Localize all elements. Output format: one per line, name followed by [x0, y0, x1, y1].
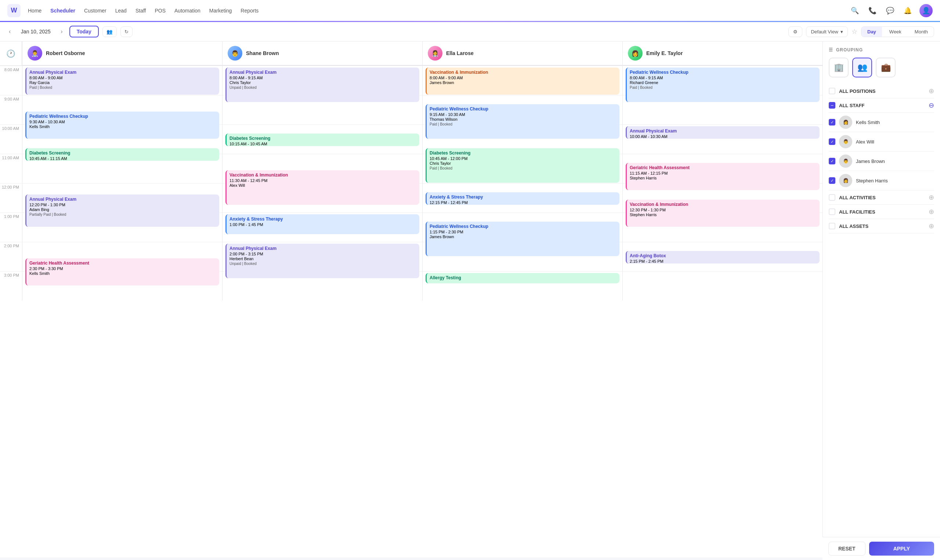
nav-marketing[interactable]: Marketing — [209, 6, 232, 15]
appointment-card[interactable]: Diabetes Screening10:45 AM - 12:00 PMChr… — [425, 148, 619, 183]
checkbox-all-positions[interactable] — [829, 88, 835, 94]
tab-day[interactable]: Day — [861, 27, 882, 37]
appt-status: Partially Paid | Booked — [29, 212, 216, 217]
filter-all-activities[interactable]: ALL ACTIVITIES ⊕ — [829, 191, 934, 205]
whatsapp-icon[interactable]: 💬 — [884, 5, 896, 17]
checkbox-stephen[interactable]: ✓ — [829, 177, 835, 184]
grouping-briefcase-button[interactable]: 💼 — [876, 58, 895, 77]
prev-date-button[interactable]: ‹ — [6, 27, 14, 36]
appt-status: Unpaid | Booked — [230, 262, 416, 266]
notification-icon[interactable]: 🔔 — [902, 5, 914, 17]
appt-patient: Adam Bing — [29, 207, 216, 212]
appt-time: 2:00 PM - 3:15 PM — [230, 252, 416, 256]
filter-label-activities: ALL ACTIVITIES — [839, 195, 925, 200]
appointment-card[interactable]: Annual Physical Exam10:00 AM - 10:30 AM — [626, 126, 820, 139]
appointment-card[interactable]: Pediatric Wellness Checkup9:15 AM - 10:3… — [425, 104, 619, 139]
time-slot: 10:00 AM — [0, 125, 22, 154]
nav-home[interactable]: Home — [28, 6, 42, 15]
staff-col-shane: 👨 Shane Brown — [222, 42, 422, 65]
appt-time: 8:00 AM - 9:00 AM — [29, 75, 216, 80]
today-button[interactable]: Today — [69, 26, 99, 37]
appointment-card[interactable]: Anxiety & Stress Therapy1:00 PM - 1:45 P… — [225, 214, 419, 234]
appt-title: Geriatric Health Assessment — [630, 165, 817, 170]
default-view-select[interactable]: Default View ▾ — [806, 26, 848, 37]
nav-pos[interactable]: POS — [154, 6, 166, 15]
appointment-card[interactable]: Anxiety & Stress Therapy12:15 PM - 12:45… — [425, 192, 619, 205]
grouping-building-button[interactable]: 🏢 — [829, 58, 849, 77]
appointment-card[interactable]: Pediatric Wellness Checkup9:30 AM - 10:3… — [25, 112, 219, 139]
nav-actions: 🔍 📞 💬 🔔 👤 — [849, 4, 933, 17]
add-facilities-icon[interactable]: ⊕ — [929, 208, 934, 216]
nav-staff[interactable]: Staff — [136, 6, 146, 15]
appointment-card[interactable]: Pediatric Wellness Checkup8:00 AM - 9:15… — [626, 68, 820, 102]
staff-name-robert: Robert Osborne — [46, 50, 85, 56]
appointment-card[interactable]: Vaccination & Immunization12:30 PM - 1:3… — [626, 200, 820, 227]
appointment-card[interactable]: Annual Physical Exam8:00 AM - 9:00 AMRay… — [25, 68, 219, 95]
appt-title: Geriatric Health Assessment — [29, 260, 216, 266]
filter-settings-button[interactable]: ⚙ — [788, 26, 802, 37]
clock-cell: 🕐 — [0, 42, 22, 65]
staff-row-stephen: ✓ 👩 Stephen Harris — [829, 171, 934, 191]
reset-button[interactable]: RESET — [828, 542, 866, 555]
filter-all-facilities[interactable]: ALL FACILITIES ⊕ — [829, 205, 934, 219]
grouping-people-button[interactable]: 👥 — [852, 58, 872, 77]
grid-col-emily: Pediatric Wellness Checkup8:00 AM - 9:15… — [623, 66, 823, 300]
grid-col-shane: Annual Physical Exam8:00 AM - 9:15 AMChr… — [222, 66, 422, 300]
tab-week[interactable]: Week — [883, 27, 907, 37]
filter-label-assets: ALL ASSETS — [839, 223, 925, 229]
next-date-button[interactable]: › — [58, 27, 65, 36]
search-icon[interactable]: 🔍 — [849, 5, 861, 17]
appointment-card[interactable]: Annual Physical Exam8:00 AM - 9:15 AMChr… — [225, 68, 419, 102]
filter-all-assets[interactable]: ALL ASSETS ⊕ — [829, 219, 934, 233]
appt-patient: James Brown — [430, 234, 616, 239]
checkbox-assets[interactable] — [829, 223, 835, 229]
appointment-card[interactable]: Diabetes Screening10:45 AM - 11:15 AM — [25, 148, 219, 161]
top-nav: W Home Scheduler Customer Lead Staff POS… — [0, 0, 940, 22]
time-slot: 11:00 AM — [0, 154, 22, 183]
appointment-card[interactable]: Annual Physical Exam2:00 PM - 3:15 PMHer… — [225, 244, 419, 278]
staff-row-name-kells: Kells Smith — [856, 120, 934, 125]
favorite-button[interactable]: ☆ — [852, 28, 857, 35]
user-avatar[interactable]: 👤 — [920, 4, 933, 17]
phone-icon[interactable]: 📞 — [866, 5, 878, 17]
filter-all-positions[interactable]: ALL POSITIONS ⊕ — [829, 84, 934, 98]
nav-scheduler[interactable]: Scheduler — [50, 6, 75, 15]
add-positions-icon[interactable]: ⊕ — [929, 87, 934, 95]
appointment-card[interactable]: Vaccination & Immunization8:00 AM - 9:00… — [425, 68, 619, 95]
appointment-card[interactable]: Allergy Testing — [425, 273, 619, 283]
appt-time: 12:15 PM - 12:45 PM — [430, 200, 616, 205]
checkbox-alex[interactable]: ✓ — [829, 138, 835, 145]
appointment-card[interactable]: Annual Physical Exam12:20 PM - 1:30 PMAd… — [25, 194, 219, 227]
appointment-card[interactable]: Geriatric Health Assessment2:30 PM - 3:3… — [25, 258, 219, 286]
refresh-button[interactable]: ↻ — [120, 26, 133, 37]
avatar-stephen: 👩 — [839, 174, 852, 187]
appt-patient: Thomas Wilson — [430, 117, 616, 122]
nav-automation[interactable]: Automation — [174, 6, 200, 15]
add-assets-icon[interactable]: ⊕ — [929, 222, 934, 230]
checkbox-james[interactable]: ✓ — [829, 158, 835, 165]
apply-button[interactable]: APPLY — [869, 542, 934, 555]
staff-row-alex: ✓ 👨 Alex Will — [829, 132, 934, 152]
checkbox-facilities[interactable] — [829, 208, 835, 215]
tab-month[interactable]: Month — [909, 27, 934, 37]
nav-customer[interactable]: Customer — [84, 6, 106, 15]
nav-reports[interactable]: Reports — [240, 6, 259, 15]
staff-row-kells: ✓ 👩 Kells Smith — [829, 113, 934, 132]
appointment-card[interactable]: Diabetes Screening10:15 AM - 10:45 AM — [225, 134, 419, 146]
appointment-card[interactable]: Vaccination & Immunization11:30 AM - 12:… — [225, 170, 419, 205]
staff-row-name-stephen: Stephen Harris — [856, 178, 934, 183]
checkbox-activities[interactable] — [829, 194, 835, 201]
minus-staff-icon[interactable]: ⊖ — [929, 101, 934, 109]
appt-patient: Stephen Harris — [630, 212, 817, 217]
nav-lead[interactable]: Lead — [115, 6, 127, 15]
staff-picker-button[interactable]: 👥 — [102, 26, 117, 37]
view-tabs: Day Week Month — [861, 26, 934, 37]
filter-all-staff[interactable]: − ALL STAFF ⊖ — [829, 98, 934, 113]
checkbox-all-staff[interactable]: − — [829, 102, 835, 109]
appointment-card[interactable]: Anti-Aging Botox2:15 PM - 2:45 PM — [626, 251, 820, 263]
sidebar: ☰ GROUPING 🏢 👥 💼 ALL POSITIONS ⊕ − ALL S… — [823, 42, 940, 557]
appointment-card[interactable]: Geriatric Health Assessment11:15 AM - 12… — [626, 163, 820, 190]
add-activities-icon[interactable]: ⊕ — [929, 193, 934, 202]
appointment-card[interactable]: Pediatric Wellness Checkup1:15 PM - 2:30… — [425, 222, 619, 256]
checkbox-kells[interactable]: ✓ — [829, 119, 835, 126]
